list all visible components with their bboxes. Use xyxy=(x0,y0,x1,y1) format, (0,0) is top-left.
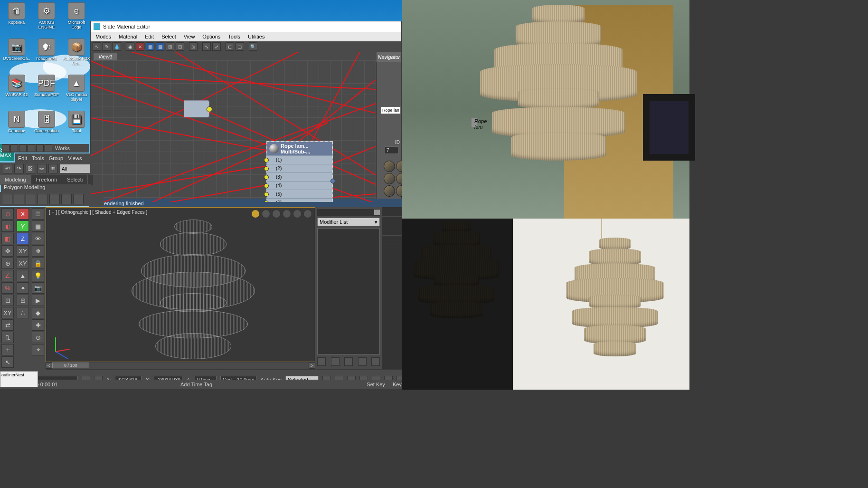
list-tool[interactable]: ☰ xyxy=(32,208,44,220)
viewport[interactable]: [ + ] [ Orthographic ] [ Shaded + Edged … xyxy=(46,207,315,362)
material-slot[interactable]: (6) xyxy=(267,198,332,202)
redo-qat[interactable] xyxy=(36,144,44,152)
input-socket[interactable] xyxy=(264,192,269,197)
material-slot[interactable]: (5) xyxy=(267,190,332,198)
vp-btn[interactable] xyxy=(262,210,270,218)
input-socket[interactable] xyxy=(264,158,269,163)
menu-item[interactable]: Tools xyxy=(32,155,44,161)
arrange-tool[interactable]: ⤡ xyxy=(202,42,211,51)
snap-vertex-tool[interactable]: ⊙ xyxy=(1,208,14,220)
view-tab[interactable]: View1 xyxy=(94,53,117,60)
desktop-icon[interactable]: 💾Total xyxy=(62,111,91,145)
ribbon-tool[interactable] xyxy=(61,194,72,204)
remove-mod-button[interactable] xyxy=(358,357,367,366)
viewport-label[interactable]: [ + ] [ Orthographic ] [ Shaded + Edged … xyxy=(49,210,147,215)
ribbon-tool[interactable] xyxy=(38,194,48,204)
material-swatch[interactable] xyxy=(384,173,395,184)
ribbon-tab[interactable]: Selecti xyxy=(62,175,88,185)
new-file-button[interactable] xyxy=(2,144,9,152)
render-tool[interactable]: ▶ xyxy=(32,295,44,306)
ribbon-tool[interactable] xyxy=(14,194,24,204)
modifier-stack[interactable] xyxy=(317,228,380,354)
material-slot[interactable]: (1) xyxy=(267,155,332,164)
scatter-tool[interactable]: ✦ xyxy=(17,282,29,294)
material-name-input[interactable] xyxy=(381,106,401,114)
axis-xy2-button[interactable]: XY xyxy=(17,258,29,269)
rope-material-tab[interactable]: Rope lam xyxy=(472,118,477,127)
pin-stack-button[interactable] xyxy=(317,357,326,366)
id-spinner[interactable]: 7 xyxy=(385,146,399,154)
xy-tool[interactable]: XY xyxy=(1,307,14,318)
snap-face-tool[interactable]: ◧ xyxy=(1,233,14,244)
hide-tool[interactable]: 👁 xyxy=(32,233,44,244)
desktop-icon[interactable]: 📚WinRAR 42 xyxy=(2,75,31,109)
material-slot[interactable]: (2) xyxy=(267,164,332,172)
desktop-icon[interactable]: PDFSumatraPDF xyxy=(32,75,61,109)
axis-y-button[interactable]: Y xyxy=(17,220,29,232)
show-end-button[interactable] xyxy=(331,357,340,366)
arrange2-tool[interactable]: ⤢ xyxy=(212,42,221,51)
extra-tool3[interactable]: ⊙ xyxy=(32,332,44,343)
show-map-tool[interactable]: ▦ xyxy=(146,42,154,51)
slate-titlebar[interactable]: Slate Material Editor xyxy=(91,21,401,32)
unique-button[interactable] xyxy=(344,357,353,366)
grid2-tool[interactable]: ⊟ xyxy=(176,42,184,51)
plus-tool[interactable]: ＋ xyxy=(1,344,14,355)
set-key-label[interactable]: Set Key xyxy=(367,382,385,387)
cam-tool[interactable]: 📷 xyxy=(32,282,44,294)
iso-tool[interactable]: ▦ xyxy=(32,220,44,232)
light-tool[interactable]: 💡 xyxy=(32,270,44,281)
desktop-icon[interactable]: 🗣Говорилка xyxy=(32,38,61,73)
menu-item[interactable]: Tools xyxy=(225,33,243,40)
desktop-icon[interactable]: 🗑Корзина xyxy=(2,2,31,37)
unlink-button[interactable]: ⫘ xyxy=(37,164,47,173)
particle-tool[interactable]: ∴ xyxy=(17,307,29,318)
object-color-swatch[interactable] xyxy=(374,210,380,215)
menu-item[interactable]: Edit xyxy=(18,155,27,161)
menu-item[interactable]: Utilities xyxy=(245,33,267,40)
bind-button[interactable]: ≋ xyxy=(48,164,58,173)
open-file-button[interactable] xyxy=(10,144,18,152)
material-slot[interactable]: (4) xyxy=(267,181,332,190)
desktop-icon[interactable]: eMicrosoft Edge xyxy=(62,2,91,37)
snap-percent-tool[interactable]: % xyxy=(1,282,14,294)
outliner-popup[interactable]: outlinerNest xyxy=(0,371,38,387)
desktop-icon[interactable]: ▲VLC media player xyxy=(62,75,91,109)
mirror-x-tool[interactable]: ⇄ xyxy=(1,319,14,331)
undo-button[interactable]: ↶ xyxy=(3,164,12,173)
input-socket[interactable] xyxy=(264,166,269,171)
menu-item[interactable]: Modes xyxy=(93,33,114,40)
menu-item[interactable]: Material xyxy=(116,33,140,40)
menu-item[interactable]: View xyxy=(181,33,198,40)
ribbon-tool[interactable] xyxy=(26,194,36,204)
select-children[interactable]: ⊏ xyxy=(226,42,234,51)
snap-toggle-tool[interactable]: ⊡ xyxy=(1,295,14,306)
lock-tool[interactable]: 🔒 xyxy=(32,258,44,269)
delete-tool[interactable]: ✕ xyxy=(136,42,144,51)
selection-filter-combo[interactable]: All xyxy=(60,164,90,173)
menu-item[interactable]: Options xyxy=(199,33,223,40)
desktop-icon[interactable]: 📷UVScreenCa... xyxy=(2,38,31,73)
time-slider-thumb[interactable]: 0 / 100 xyxy=(52,363,89,368)
add-time-tag-button[interactable]: Add Time Tag xyxy=(180,382,212,387)
configure-button[interactable] xyxy=(371,357,380,366)
desktop-icon[interactable]: 📦Autodesk FBX Co... xyxy=(62,38,91,73)
vp-btn[interactable] xyxy=(303,210,312,218)
menu-item[interactable]: Edit xyxy=(142,33,157,40)
snap-angle-tool[interactable]: ∠ xyxy=(1,270,14,281)
zoom-tool[interactable]: 🔍 xyxy=(249,42,257,51)
menu-item[interactable]: Group xyxy=(49,155,64,161)
ribbon-tab[interactable]: Modeling xyxy=(0,175,31,185)
axis-x-button[interactable]: X xyxy=(17,208,29,220)
vp-btn[interactable] xyxy=(283,210,291,218)
material-node[interactable]: Rope lam... Multi/Sub-... (1)(2)(3)(4)(5… xyxy=(266,141,333,202)
modifier-list-combo[interactable]: Modifier List▾ xyxy=(317,218,380,226)
ribbon-tool[interactable] xyxy=(49,194,60,204)
axis-xy-button[interactable]: XY xyxy=(17,245,29,257)
mirror-y-tool[interactable]: ⇅ xyxy=(1,332,14,343)
material-swatch[interactable] xyxy=(384,161,395,172)
layout-tool[interactable]: ⇲ xyxy=(189,42,198,51)
input-socket[interactable] xyxy=(264,201,269,202)
pointer-tool[interactable]: ↖ xyxy=(93,42,101,51)
extra-tool1[interactable]: ◆ xyxy=(32,307,44,318)
